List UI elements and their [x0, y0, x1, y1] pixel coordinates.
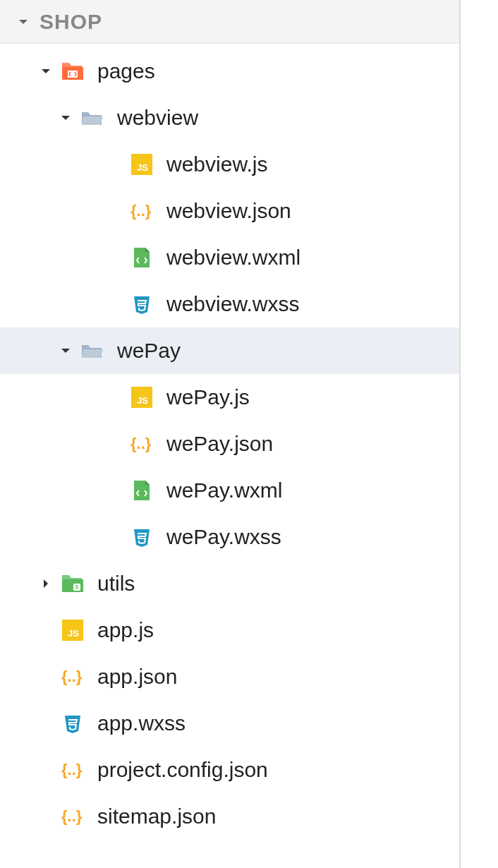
svg-text:JS: JS — [68, 628, 79, 639]
svg-text:{..}: {..} — [61, 807, 83, 825]
file-explorer-sidebar: SHOP pages — [0, 0, 461, 868]
file-wepay-wxss[interactable]: wePay.wxss — [0, 514, 459, 560]
json-file-icon: {..} — [130, 432, 154, 456]
folder-label: wePay — [117, 339, 181, 363]
wxss-file-icon — [61, 711, 85, 735]
chevron-down-icon — [59, 344, 72, 357]
file-webview-wxss[interactable]: webview.wxss — [0, 281, 459, 327]
wxml-file-icon — [130, 246, 154, 270]
folder-utils[interactable]: utils — [0, 560, 459, 607]
json-file-icon: {..} — [61, 758, 85, 782]
file-app-js[interactable]: JS app.js — [0, 607, 459, 653]
svg-text:JS: JS — [137, 162, 148, 173]
folder-label: webview — [117, 106, 198, 130]
file-wepay-js[interactable]: JS wePay.js — [0, 374, 459, 421]
folder-code-icon — [61, 59, 85, 83]
file-webview-wxml[interactable]: webview.wxml — [0, 234, 459, 281]
svg-text:{..}: {..} — [130, 202, 152, 219]
json-file-icon: {..} — [130, 199, 154, 223]
file-label: app.js — [97, 618, 154, 642]
svg-text:{..}: {..} — [130, 435, 152, 452]
json-file-icon: {..} — [61, 804, 85, 828]
svg-text:{..}: {..} — [61, 761, 83, 778]
file-wepay-json[interactable]: {..} wePay.json — [0, 421, 459, 467]
file-label: webview.json — [166, 199, 291, 223]
chevron-down-icon — [59, 111, 72, 124]
file-project-config-json[interactable]: {..} project.config.json — [0, 747, 459, 793]
file-webview-js[interactable]: JS webview.js — [0, 141, 459, 188]
file-wepay-wxml[interactable]: wePay.wxml — [0, 467, 459, 514]
wxss-file-icon — [130, 292, 154, 316]
file-tree: pages webview JS webview.js — [0, 44, 459, 840]
svg-text:JS: JS — [137, 395, 148, 406]
chevron-right-icon — [40, 577, 52, 590]
project-title: SHOP — [40, 10, 102, 34]
json-file-icon: {..} — [61, 665, 85, 689]
folder-open-icon — [80, 106, 104, 130]
svg-text:{..}: {..} — [61, 668, 83, 685]
wxss-file-icon — [130, 525, 154, 549]
folder-utils-icon — [61, 572, 85, 596]
file-label: webview.js — [166, 152, 267, 176]
folder-label: pages — [97, 59, 155, 83]
folder-pages[interactable]: pages — [0, 48, 459, 95]
folder-wepay[interactable]: wePay — [0, 327, 459, 374]
svg-rect-7 — [73, 584, 80, 591]
js-file-icon: JS — [130, 152, 154, 176]
file-label: webview.wxss — [166, 292, 299, 316]
explorer-header[interactable]: SHOP — [0, 0, 459, 44]
file-label: project.config.json — [97, 758, 268, 782]
chevron-down-icon — [40, 65, 52, 78]
file-label: wePay.wxss — [166, 525, 281, 549]
file-label: sitemap.json — [97, 804, 216, 828]
folder-label: utils — [97, 572, 135, 596]
file-app-json[interactable]: {..} app.json — [0, 653, 459, 700]
chevron-down-icon — [17, 16, 30, 28]
folder-open-icon — [80, 339, 104, 363]
file-webview-json[interactable]: {..} webview.json — [0, 188, 459, 234]
file-label: wePay.wxml — [166, 478, 282, 502]
file-label: app.json — [97, 665, 177, 689]
file-label: webview.wxml — [166, 246, 300, 270]
wxml-file-icon — [130, 478, 154, 502]
js-file-icon: JS — [130, 385, 154, 409]
file-label: wePay.js — [166, 385, 250, 409]
file-label: app.wxss — [97, 711, 186, 735]
file-app-wxss[interactable]: app.wxss — [0, 700, 459, 747]
js-file-icon: JS — [61, 618, 85, 642]
file-label: wePay.json — [166, 432, 273, 456]
folder-webview[interactable]: webview — [0, 95, 459, 141]
file-sitemap-json[interactable]: {..} sitemap.json — [0, 793, 459, 840]
